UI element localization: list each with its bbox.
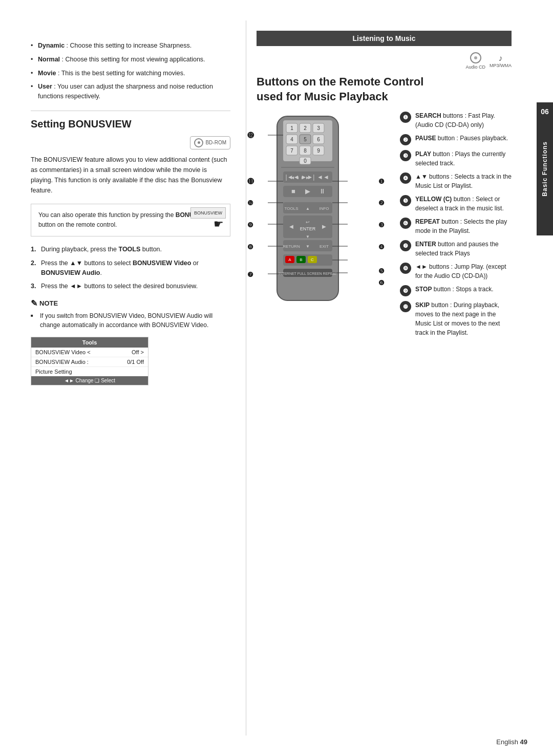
tools-table-header: Tools xyxy=(31,337,148,348)
divider xyxy=(31,111,230,111)
mp3-wma-icon: ♪ MP3/WMA xyxy=(490,54,512,68)
list-item: User : You user can adjust the sharpness… xyxy=(31,82,230,101)
desc-item-9: ❾ STOP button : Stops a track. xyxy=(400,285,512,296)
svg-text:4: 4 xyxy=(290,137,293,142)
label-10: ❿ xyxy=(247,199,253,207)
tools-table: Tools BONUSVIEW Video < Off > BONUSVIEW … xyxy=(31,337,148,385)
label-11: ⓫ xyxy=(247,178,254,185)
tools-table-row: BONUSVIEW Audio : 0/1 Off xyxy=(31,357,148,367)
remote-area: ⓬ ⓫ ❿ ❾ ❽ ❼ ❶ ❷ ❸ ❹ ❺ ❻ xyxy=(257,111,512,341)
desc-item-5: ❺ YELLOW (C) button : Select or deselect… xyxy=(400,195,512,213)
svg-text:RETURN: RETURN xyxy=(283,244,300,249)
description-area: ❶ SEARCH buttons : Fast Play. (Audio CD … xyxy=(385,111,512,341)
remote-svg: 1 2 3 4 5 6 7 8 xyxy=(257,111,359,306)
svg-text:3: 3 xyxy=(317,125,320,131)
side-tab-number: 06 xyxy=(541,107,549,116)
svg-text:↩: ↩ xyxy=(306,220,310,225)
right-heading: Buttons on the Remote Control used for M… xyxy=(257,75,512,104)
page-footer: English 49 xyxy=(496,738,527,746)
tools-table-row: BONUSVIEW Video < Off > xyxy=(31,348,148,357)
note-label: ✎ NOTE xyxy=(31,298,230,308)
svg-text:INTERNET  FULL SCREEN  REPEAT: INTERNET FULL SCREEN REPEAT xyxy=(279,272,337,275)
step-2: 2.Press the ▲▼ buttons to select BONUSVI… xyxy=(31,258,230,278)
svg-text:1: 1 xyxy=(290,125,293,131)
svg-text:A: A xyxy=(288,257,291,262)
audio-cd-icon: Audio CD xyxy=(465,52,485,70)
desc-item-6: ❻ REPEAT button : Selects the play mode … xyxy=(400,217,512,235)
svg-text:ENTER: ENTER xyxy=(300,226,316,231)
note-list: If you switch from BONUSVIEW Video, BONU… xyxy=(31,311,230,330)
bullet-list: Dynamic : Choose this setting to increas… xyxy=(31,41,230,101)
svg-text:8: 8 xyxy=(304,148,307,154)
left-column: Dynamic : Choose this setting to increas… xyxy=(0,20,246,736)
disc-icon xyxy=(194,138,203,147)
hand-icon: ☛ xyxy=(214,215,224,233)
svg-text:◄◄  ►►: ◄◄ ►► xyxy=(290,175,310,180)
tools-table-footer: ◄► Change ❑ Select xyxy=(31,376,148,385)
svg-text:0: 0 xyxy=(304,158,307,164)
label-2: ❷ xyxy=(378,199,385,207)
bd-rom-badge: BD-ROM xyxy=(190,136,230,149)
side-tab-label: Basic Functions xyxy=(541,141,548,197)
bd-rom-label: BD-ROM xyxy=(205,140,226,145)
section-heading: Setting BONUSVIEW xyxy=(31,118,230,130)
svg-text:9: 9 xyxy=(317,148,320,154)
desc-item-7: ❼ ENTER button and pauses the selected t… xyxy=(400,240,512,258)
right-column: Listening to Music Audio CD ♪ MP3/WMA Bu… xyxy=(246,20,537,736)
note-section: ✎ NOTE If you switch from BONUSVIEW Vide… xyxy=(31,298,230,330)
step-3: 3.Press the ◄► buttons to select the des… xyxy=(31,282,230,291)
music-icon: ♪ xyxy=(498,54,502,63)
svg-text:5: 5 xyxy=(304,137,307,142)
disc-circle xyxy=(470,52,481,63)
svg-text:2: 2 xyxy=(304,125,307,131)
label-5: ❺ xyxy=(378,267,385,275)
label-8: ❽ xyxy=(247,243,253,251)
svg-text:EXIT: EXIT xyxy=(320,244,329,249)
label-6: ❻ xyxy=(378,279,385,287)
label-1: ❶ xyxy=(378,178,385,185)
tools-table-row: Picture Setting xyxy=(31,367,148,376)
desc-item-1: ❶ SEARCH buttons : Fast Play. (Audio CD … xyxy=(400,111,512,129)
step-1: 1.During playback, press the TOOLS butto… xyxy=(31,245,230,254)
bonusview-description: The BONUSVIEW feature allows you to view… xyxy=(31,155,230,196)
list-item: Normal : Choose this setting for most vi… xyxy=(31,55,230,64)
svg-text:▲: ▲ xyxy=(306,206,310,211)
steps-list: 1.During playback, press the TOOLS butto… xyxy=(31,245,230,291)
svg-text:▼: ▼ xyxy=(306,244,310,249)
desc-item-3: ❸ PLAY button : Plays the currently sele… xyxy=(400,149,512,168)
side-tab: 06 Basic Functions xyxy=(537,102,553,235)
svg-text:◄: ◄ xyxy=(288,223,295,230)
svg-text:■: ■ xyxy=(291,187,295,195)
page-number: 49 xyxy=(520,738,527,746)
label-4: ❹ xyxy=(378,243,385,251)
svg-text:C: C xyxy=(311,257,314,262)
desc-item-8: ❽ ◄► buttons : Jump Play. (except for th… xyxy=(400,262,512,280)
svg-text:INFO: INFO xyxy=(319,206,329,211)
bd-rom-icon-area: BD-ROM xyxy=(31,136,230,149)
note-item: If you switch from BONUSVIEW Video, BONU… xyxy=(31,311,230,330)
section-bar: Listening to Music xyxy=(257,31,512,46)
bonusview-box: You can also operate this function by pr… xyxy=(31,204,230,236)
desc-item-2: ❷ PAUSE button : Pauses playback. xyxy=(400,134,512,145)
english-label: English xyxy=(496,738,518,746)
disc-icons-row: Audio CD ♪ MP3/WMA xyxy=(257,52,512,70)
svg-text:7: 7 xyxy=(290,148,293,154)
label-12: ⓬ xyxy=(247,132,254,139)
svg-text:◄◄: ◄◄ xyxy=(317,174,329,181)
svg-text:TOOLS: TOOLS xyxy=(285,206,299,211)
remote-diagram: ⓬ ⓫ ❿ ❾ ❽ ❼ ❶ ❷ ❸ ❹ ❺ ❻ xyxy=(257,111,374,341)
svg-text:B: B xyxy=(300,257,302,262)
desc-list: ❶ SEARCH buttons : Fast Play. (Audio CD … xyxy=(400,111,512,337)
list-item: Dynamic : Choose this setting to increas… xyxy=(31,41,230,51)
note-icon: ✎ xyxy=(31,298,37,308)
desc-item-10: ❿ SKIP button : During playback, moves t… xyxy=(400,300,512,337)
desc-item-4: ❹ ▲▼ buttons : Selects a track in the Mu… xyxy=(400,172,512,190)
svg-text:6: 6 xyxy=(317,137,320,142)
label-9: ❾ xyxy=(247,221,253,229)
page: 06 Basic Functions Dynamic : Choose this… xyxy=(0,0,553,756)
svg-text:►: ► xyxy=(321,223,328,230)
label-3: ❸ xyxy=(378,221,385,229)
svg-text:⏸: ⏸ xyxy=(319,187,326,195)
label-7: ❼ xyxy=(247,271,253,278)
svg-text:▼: ▼ xyxy=(306,234,310,239)
